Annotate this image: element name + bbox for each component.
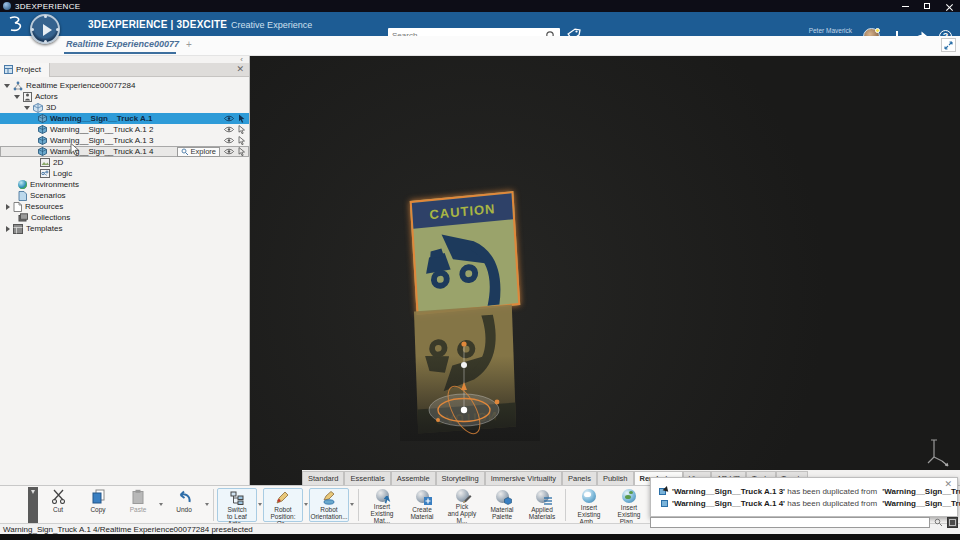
3d-viewport[interactable]: CAUTION CAUTION	[250, 56, 960, 485]
visibility-eye-icon[interactable]	[224, 137, 234, 144]
undo-button[interactable]: Undo	[164, 487, 204, 523]
project-tree: Realtime Experience00077284 Actors 3D Wa…	[0, 77, 249, 234]
compass-icon[interactable]	[30, 14, 60, 44]
collections-icon	[18, 213, 28, 222]
tab-immersive-virtuality[interactable]: Immersive Virtuality	[485, 471, 562, 485]
tree-item-truck-1[interactable]: Warning__Sign__Truck A.1	[0, 113, 249, 124]
tree-item-3d[interactable]: 3D	[0, 102, 249, 113]
project-panel-header: Project ✕	[0, 63, 249, 77]
pick-cursor-icon[interactable]	[238, 136, 246, 145]
project-tab-label: Project	[16, 65, 41, 74]
paste-dropdown-icon[interactable]	[159, 503, 163, 506]
material-palette-button[interactable]: Material Palette	[482, 487, 522, 523]
tree-item-label: Warning__Sign__Truck A.1 4	[50, 147, 153, 156]
explore-icon	[181, 148, 189, 156]
tree-item-label: Actors	[35, 92, 58, 101]
caret-down-icon[interactable]	[4, 84, 10, 88]
tab-essentials[interactable]: Essentials	[344, 471, 390, 485]
project-tab[interactable]: Project	[0, 63, 50, 77]
tree-item-label: 2D	[53, 158, 63, 167]
pick-cursor-icon[interactable]	[238, 125, 246, 134]
tree-item-resources[interactable]: Resources	[0, 201, 249, 212]
actor-3d-icon	[38, 136, 47, 145]
caret-right-icon[interactable]	[6, 226, 10, 232]
maximize-button[interactable]	[916, 0, 938, 12]
undo-dropdown-icon[interactable]	[205, 503, 209, 506]
tree-item-templates[interactable]: Templates	[0, 223, 249, 234]
robot-position-button[interactable]: Robot Position: Or...	[263, 488, 303, 522]
minimize-button[interactable]	[894, 0, 916, 12]
toolbar-separator	[358, 489, 359, 521]
explore-button[interactable]: Explore	[177, 147, 220, 157]
caret-down-icon[interactable]	[24, 106, 30, 110]
tree-item-root[interactable]: Realtime Experience00077284	[0, 80, 249, 91]
insert-existing-ambience-button[interactable]: Insert Existing Amb...	[569, 487, 609, 523]
sign-caution-text: CAUTION	[429, 200, 496, 221]
expand-arrows-icon	[944, 41, 953, 50]
new-tab-button[interactable]: +	[186, 39, 192, 50]
insert-existing-material-button[interactable]: Insert Existing Mat...	[362, 487, 402, 523]
switch-leaf-dropdown-icon[interactable]	[258, 503, 262, 506]
caret-right-icon[interactable]	[6, 204, 10, 210]
sign-body	[413, 219, 518, 312]
tree-item-environments[interactable]: Environments	[0, 179, 249, 190]
create-material-button[interactable]: Create Material	[402, 487, 442, 523]
command-input[interactable]	[650, 517, 930, 528]
tree-item-collections[interactable]: Collections	[0, 212, 249, 223]
application-window: 3DEXPERIENCE 3DEXPERIENCE | 3DEXCITE Cre…	[0, 0, 960, 540]
product-title-bold: 3DEXPERIENCE | 3DEXCITE	[88, 19, 227, 30]
status-text: Warning_Sign_Truck A.1 4/Realtime Experi…	[3, 525, 253, 534]
insert-ambience-icon	[581, 489, 598, 503]
tree-item-logic[interactable]: Logic	[0, 168, 249, 179]
cut-button[interactable]: Cut	[38, 487, 78, 523]
pick-cursor-icon[interactable]	[238, 114, 246, 123]
caution-sign-actor[interactable]: CAUTION	[410, 191, 521, 315]
tree-item-label: Templates	[26, 224, 62, 233]
insert-existing-planet-button[interactable]: Insert Existing Plan...	[609, 487, 649, 523]
notification-close-icon[interactable]: ✕	[944, 479, 952, 489]
visibility-eye-icon[interactable]	[224, 148, 234, 155]
tree-item-label: Scenarios	[30, 191, 66, 200]
close-button[interactable]	[938, 0, 960, 12]
paste-button[interactable]: Paste	[118, 487, 158, 523]
tree-item-label: Warning__Sign__Truck A.1 3	[50, 136, 153, 145]
visibility-eye-icon[interactable]	[224, 126, 234, 133]
logic-icon	[40, 169, 50, 178]
tab-assemble[interactable]: Assemble	[391, 471, 436, 485]
material-palette-icon	[494, 489, 511, 505]
tree-item-scenarios[interactable]: Scenarios	[0, 190, 249, 201]
document-tab-bar: Realtime Experience00077 +	[0, 36, 960, 56]
panel-close-icon[interactable]: ✕	[236, 64, 244, 74]
panel-toggle-icon[interactable]	[947, 517, 958, 528]
tab-storytelling[interactable]: Storytelling	[436, 471, 485, 485]
pick-apply-material-icon	[454, 489, 471, 502]
tree-item-label: Environments	[30, 180, 79, 189]
collapse-panel-icon[interactable]: ‹	[240, 57, 243, 63]
tree-item-truck-3[interactable]: Warning__Sign__Truck A.1 3	[0, 135, 249, 146]
tab-standard[interactable]: Standard	[302, 471, 344, 485]
tree-item-2d[interactable]: 2D	[0, 157, 249, 168]
copy-button[interactable]: Copy	[78, 487, 118, 523]
tree-item-truck-2[interactable]: Warning__Sign__Truck A.1 2	[0, 124, 249, 135]
3d-folder-icon	[33, 103, 43, 113]
switch-to-leaf-actor-button[interactable]: Switch to Leaf Acto...	[217, 488, 257, 522]
tab-publish[interactable]: Publish	[597, 471, 634, 485]
search-commands-icon[interactable]	[933, 517, 944, 528]
tab-panels[interactable]: Panels	[562, 471, 597, 485]
toolbar-overflow-handle[interactable]	[28, 487, 38, 523]
robot-manipulator-gizmo[interactable]	[418, 338, 513, 438]
visibility-eye-icon[interactable]	[224, 115, 234, 122]
tree-item-truck-4[interactable]: Warning__Sign__Truck A.1 4 Explore	[0, 146, 249, 157]
pick-and-apply-material-button[interactable]: Pick and Apply M...	[442, 487, 482, 523]
robot-position-dropdown-icon[interactable]	[304, 503, 308, 506]
3ds-logo-icon	[6, 15, 28, 33]
robot-orientation-dropdown-icon[interactable]	[350, 503, 354, 506]
tree-item-actors[interactable]: Actors	[0, 91, 249, 102]
pick-cursor-icon[interactable]	[238, 147, 246, 156]
caret-down-icon[interactable]	[14, 95, 20, 99]
fullscreen-toggle-button[interactable]	[941, 38, 956, 52]
document-tab[interactable]: Realtime Experience00077	[66, 39, 179, 49]
notification-message-2: 'Warning__Sign__Truck A.1 4' has been du…	[659, 497, 951, 509]
applied-materials-button[interactable]: Applied Materials	[522, 487, 562, 523]
robot-orientation-button[interactable]: Robot Orientation...	[309, 488, 349, 522]
